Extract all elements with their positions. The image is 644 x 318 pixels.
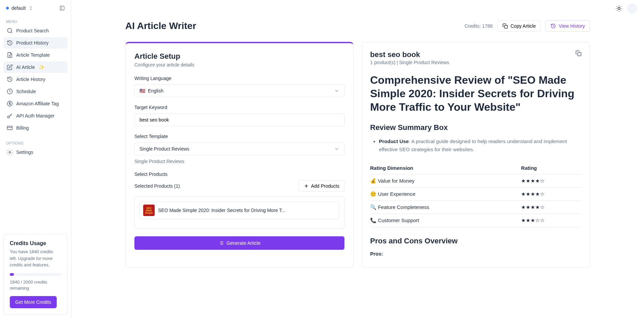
topbar <box>71 0 644 17</box>
nav-label: Article Template <box>16 52 50 58</box>
theme-toggle-icon[interactable] <box>616 5 622 12</box>
sidebar-item-article-history[interactable]: Article History <box>3 74 68 85</box>
pros-label: Pros: <box>370 251 582 257</box>
add-products-button[interactable]: Add Products <box>299 180 344 192</box>
edit-icon <box>7 64 13 70</box>
svg-line-11 <box>10 115 11 116</box>
credits-card: Credits Usage You have 1840 credits left… <box>3 234 68 315</box>
rating-header: Rating <box>521 162 582 175</box>
nav-label: Article History <box>16 77 45 82</box>
products-list: SEOMadeSimple SEO Made Simple 2020: Insi… <box>134 196 344 229</box>
sidebar-item-schedule[interactable]: Schedule <box>3 86 68 97</box>
sidebar-item-api-auth[interactable]: API Auth Manager <box>3 110 68 122</box>
rating-table: Rating Dimension Rating 💰 Value for Mone… <box>370 162 582 227</box>
rating-row: 🔍 Feature Completeness★★★★☆ <box>370 201 582 214</box>
get-credits-button[interactable]: Get More Credits <box>10 296 57 308</box>
sidebar-item-affiliate-tag[interactable]: Amazon Affiliate Tag <box>3 98 68 109</box>
credits-description: You have 1840 credits left. Upgrade for … <box>10 248 61 268</box>
preview-keyword: best seo book <box>370 50 582 59</box>
sparkle-icon: ✨ <box>39 64 45 70</box>
rating-dimension-header: Rating Dimension <box>370 162 521 175</box>
sidebar-item-billing[interactable]: Billing <box>3 122 68 134</box>
view-history-button[interactable]: View History <box>545 20 590 32</box>
plus-icon <box>304 183 309 189</box>
article-preview-card: best seo book 1 product(s) | Single Prod… <box>362 42 590 268</box>
svg-line-23 <box>621 6 621 7</box>
nav-label: Settings <box>16 150 33 155</box>
history-icon <box>550 23 556 29</box>
article-title: Comprehensive Review of "SEO Made Simple… <box>370 73 582 114</box>
sidebar-item-product-history[interactable]: Product History <box>3 37 68 49</box>
product-item[interactable]: SEOMadeSimple SEO Made Simple 2020: Insi… <box>139 202 339 219</box>
menu-section-label: MENU <box>3 20 68 24</box>
copy-icon <box>503 23 508 29</box>
file-icon <box>7 52 13 58</box>
nav-label: Amazon Affiliate Tag <box>16 101 59 106</box>
copy-preview-icon[interactable] <box>575 50 582 56</box>
setup-title: Article Setup <box>134 52 344 61</box>
keyword-input[interactable] <box>134 113 344 126</box>
sidebar-item-ai-article[interactable]: AI Article ✨ <box>3 61 68 73</box>
svg-point-9 <box>7 116 9 118</box>
card-icon <box>7 125 13 131</box>
workspace-name: default <box>11 5 26 11</box>
template-select[interactable]: Single Product Reviews <box>134 142 344 155</box>
nav-label: API Auth Manager <box>16 113 55 118</box>
nav-label: AI Article <box>16 64 35 70</box>
svg-rect-12 <box>7 126 12 130</box>
nav-label: Product History <box>16 40 49 46</box>
svg-rect-24 <box>505 25 508 28</box>
template-hint: Single Product Reviews <box>134 159 344 164</box>
workspace-selector[interactable]: default <box>3 3 68 13</box>
credits-remaining: 1840 / 2000 credits remaining <box>10 279 61 291</box>
history-icon <box>7 76 13 82</box>
credits-label: Credits: 1788 <box>464 23 492 29</box>
pros-cons-heading: Pros and Cons Overview <box>370 237 582 245</box>
options-section-label: OPTIONS <box>3 141 68 145</box>
nav-label: Billing <box>16 125 29 131</box>
svg-line-18 <box>617 6 617 7</box>
page-header: AI Article Writer Credits: 1788 Copy Art… <box>125 20 590 32</box>
language-label: Writing Language <box>134 76 344 81</box>
workspace-dot <box>6 7 9 9</box>
template-label: Select Template <box>134 134 344 139</box>
sidebar-item-article-template[interactable]: Article Template <box>3 49 68 61</box>
svg-rect-33 <box>578 53 581 56</box>
rating-row: 🙂 User Experience★★★★☆ <box>370 188 582 201</box>
svg-line-19 <box>621 10 621 10</box>
language-select[interactable]: 🇺🇸English <box>134 84 344 97</box>
sidebar-collapse-icon[interactable] <box>59 5 65 11</box>
svg-point-2 <box>7 28 11 32</box>
keyword-label: Target Keyword <box>134 105 344 110</box>
key-icon <box>7 113 13 119</box>
flag-icon: 🇺🇸 <box>139 88 145 94</box>
nav-label: Schedule <box>16 89 36 94</box>
summary-list: Product Use: A practical guide designed … <box>370 137 582 154</box>
svg-line-22 <box>617 10 617 10</box>
gear-icon <box>7 149 13 155</box>
review-summary-heading: Review Summary Box <box>370 123 582 132</box>
products-label: Select Products <box>134 171 344 177</box>
chevron-down-icon <box>334 146 339 152</box>
page-title: AI Article Writer <box>125 21 196 31</box>
preview-meta: 1 product(s) | Single Product Reviews <box>370 60 582 65</box>
dollar-icon <box>7 101 13 107</box>
article-body: Comprehensive Review of "SEO Made Simple… <box>370 70 582 257</box>
avatar[interactable] <box>627 3 637 14</box>
list-icon <box>218 240 224 246</box>
generate-article-button[interactable]: Generate Article <box>134 236 344 250</box>
sidebar-item-settings[interactable]: Settings <box>3 147 68 158</box>
copy-article-button[interactable]: Copy Article <box>497 20 541 32</box>
history-icon <box>7 40 13 46</box>
svg-point-14 <box>9 152 11 153</box>
clock-icon <box>7 88 13 95</box>
rating-row: 💰 Value for Money★★★★☆ <box>370 175 582 188</box>
sidebar-item-product-search[interactable]: Product Search <box>3 25 68 36</box>
credits-title: Credits Usage <box>10 240 61 246</box>
product-name: SEO Made Simple 2020: Insider Secrets fo… <box>158 208 285 213</box>
rating-row: 📞 Customer Support★★★☆☆ <box>370 214 582 227</box>
nav-label: Product Search <box>16 28 49 33</box>
search-icon <box>7 28 13 34</box>
article-setup-card: Article Setup Configure your article det… <box>125 42 354 268</box>
svg-line-3 <box>11 32 12 33</box>
